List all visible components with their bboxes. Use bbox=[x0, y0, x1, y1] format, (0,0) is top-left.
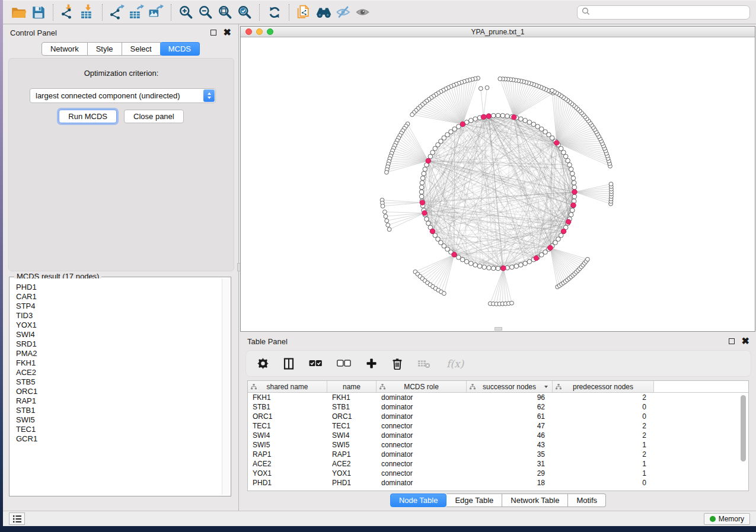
run-mcds-button[interactable]: Run MCDS bbox=[59, 110, 117, 123]
column-header-successor-nodes[interactable]: successor nodes bbox=[467, 381, 553, 392]
zoom-out-button[interactable] bbox=[196, 3, 215, 22]
show-all-button[interactable] bbox=[353, 3, 372, 22]
add-column-button[interactable] bbox=[366, 358, 377, 369]
tab-style[interactable]: Style bbox=[88, 42, 122, 56]
mcds-result-item[interactable]: RAP1 bbox=[11, 396, 229, 406]
save-session-button[interactable] bbox=[28, 3, 48, 22]
export-image-button[interactable] bbox=[146, 3, 166, 22]
search-network-icon bbox=[315, 4, 332, 21]
mcds-result-item[interactable]: STB5 bbox=[11, 377, 229, 387]
desktop: Control Panel ✖ NetworkStyleSelectMCDS O… bbox=[0, 0, 756, 532]
import-network-icon bbox=[60, 4, 76, 20]
task-history-button[interactable] bbox=[9, 512, 25, 525]
maximize-window-icon[interactable] bbox=[267, 28, 273, 35]
zoom-fit-button[interactable] bbox=[215, 3, 235, 22]
table-row[interactable]: RAP1RAP1dominator352 bbox=[248, 450, 748, 459]
horizontal-splitter-handle[interactable] bbox=[495, 327, 502, 331]
tab-motifs[interactable]: Motifs bbox=[568, 493, 606, 507]
close-window-icon[interactable] bbox=[245, 28, 252, 35]
float-table-panel-icon[interactable] bbox=[729, 338, 735, 344]
column-header-shared-name[interactable]: shared name bbox=[248, 381, 327, 392]
select-all-checkboxes-button[interactable] bbox=[309, 360, 322, 367]
table-row[interactable]: STB1STB1dominator620 bbox=[248, 402, 748, 412]
cell-successor-nodes: 61 bbox=[467, 412, 553, 421]
search-box[interactable] bbox=[577, 5, 750, 20]
refresh-button[interactable] bbox=[264, 3, 284, 22]
table-row[interactable]: YOX1YOX1connector291 bbox=[248, 469, 748, 478]
deselect-all-checkboxes-button[interactable] bbox=[337, 360, 351, 367]
minimize-window-icon[interactable] bbox=[256, 28, 263, 35]
mcds-result-item[interactable]: ACE2 bbox=[11, 368, 229, 377]
mcds-result-item[interactable]: STP4 bbox=[11, 302, 229, 311]
tab-network-table[interactable]: Network Table bbox=[502, 493, 568, 507]
network-graph[interactable] bbox=[241, 38, 755, 331]
cell-MCDS-role: connector bbox=[377, 441, 467, 449]
mcds-result-item[interactable]: GCR1 bbox=[11, 434, 229, 444]
zoom-in-icon bbox=[178, 5, 194, 20]
delete-column-button[interactable] bbox=[392, 358, 403, 370]
close-panel-icon[interactable]: ✖ bbox=[224, 30, 231, 36]
cell-shared-name: PHD1 bbox=[248, 479, 327, 487]
toolbar-separator bbox=[53, 4, 53, 21]
import-network-button[interactable] bbox=[58, 3, 78, 22]
mcds-result-item[interactable]: PHD1 bbox=[11, 283, 229, 292]
export-table-button[interactable] bbox=[127, 3, 146, 22]
search-input[interactable] bbox=[590, 8, 745, 17]
criterion-dropdown[interactable]: largest connected component (undirected) bbox=[30, 88, 216, 103]
import-table-button[interactable] bbox=[78, 3, 97, 22]
mcds-result-item[interactable]: PMA2 bbox=[11, 349, 229, 358]
export-table-icon bbox=[129, 4, 145, 20]
mcds-result-item[interactable]: SRD1 bbox=[11, 339, 229, 349]
table-row[interactable]: SWI4SWI4dominator462 bbox=[248, 431, 748, 440]
export-network-button[interactable] bbox=[107, 3, 127, 22]
network-window-titlebar[interactable]: YPA_prune.txt_1 bbox=[241, 27, 755, 37]
tab-edge-table[interactable]: Edge Table bbox=[446, 493, 502, 507]
search-network-button[interactable] bbox=[314, 3, 333, 22]
mcds-result-item[interactable]: SWI5 bbox=[11, 415, 229, 425]
tab-select[interactable]: Select bbox=[122, 42, 161, 56]
tab-network[interactable]: Network bbox=[42, 42, 88, 56]
mcds-result-item[interactable]: ORC1 bbox=[11, 387, 229, 396]
mcds-list-scrollbar[interactable] bbox=[222, 278, 229, 495]
hide-selected-button[interactable] bbox=[333, 3, 353, 22]
zoom-in-button[interactable] bbox=[176, 3, 196, 22]
mcds-result-item[interactable]: FKH1 bbox=[11, 358, 229, 368]
table-scrollbar[interactable] bbox=[740, 395, 747, 489]
mcds-result-item[interactable]: TID3 bbox=[11, 311, 229, 321]
tab-mcds[interactable]: MCDS bbox=[160, 42, 200, 56]
settings-button[interactable] bbox=[257, 358, 269, 369]
open-file-button[interactable] bbox=[9, 3, 28, 22]
mcds-result-item[interactable]: CAR1 bbox=[11, 292, 229, 302]
table-row[interactable]: ORC1ORC1dominator610 bbox=[248, 412, 748, 421]
cell-MCDS-role: dominator bbox=[377, 403, 467, 411]
float-panel-icon[interactable] bbox=[210, 30, 216, 36]
cell-shared-name: ACE2 bbox=[248, 460, 327, 468]
network-canvas[interactable] bbox=[241, 38, 755, 331]
mcds-result-list[interactable]: PHD1CAR1STP4TID3YOX1SWI4SRD1PMA2FKH1ACE2… bbox=[11, 278, 229, 495]
mcds-result-item[interactable]: TEC1 bbox=[11, 425, 229, 434]
network-snapshot-button[interactable] bbox=[294, 3, 314, 22]
memory-button[interactable]: Memory bbox=[704, 513, 750, 525]
cell-name: STB1 bbox=[327, 403, 377, 411]
table-row[interactable]: TEC1TEC1connector472 bbox=[248, 421, 748, 431]
tab-node-table[interactable]: Node Table bbox=[390, 493, 447, 507]
column-header-predecessor-nodes[interactable]: predecessor nodes bbox=[553, 381, 654, 392]
column-selector-button[interactable] bbox=[283, 358, 294, 370]
table-row[interactable]: PHD1PHD1dominator180 bbox=[248, 478, 748, 488]
column-header-name[interactable]: name bbox=[327, 381, 377, 392]
mcds-result-item[interactable]: SWI4 bbox=[11, 330, 229, 339]
mcds-result-item[interactable]: STB1 bbox=[11, 406, 229, 415]
control-panel-title: Control Panel bbox=[10, 28, 57, 37]
cell-predecessor-nodes: 2 bbox=[553, 450, 654, 459]
table-row[interactable]: ACE2ACE2connector311 bbox=[248, 459, 748, 469]
table-row[interactable]: FKH1FKH1dominator962 bbox=[248, 393, 748, 402]
function-builder-button: f(x) bbox=[445, 357, 465, 370]
table-row[interactable]: SWI5SWI5connector431 bbox=[248, 440, 748, 450]
refresh-icon bbox=[267, 5, 282, 20]
column-header-MCDS-role[interactable]: MCDS role bbox=[377, 381, 467, 392]
close-panel-button[interactable]: Close panel bbox=[124, 110, 184, 123]
mcds-result-item[interactable]: YOX1 bbox=[11, 321, 229, 330]
zoom-selected-button[interactable] bbox=[235, 3, 254, 22]
cell-predecessor-nodes: 2 bbox=[553, 422, 654, 430]
close-table-panel-icon[interactable]: ✖ bbox=[742, 338, 749, 344]
